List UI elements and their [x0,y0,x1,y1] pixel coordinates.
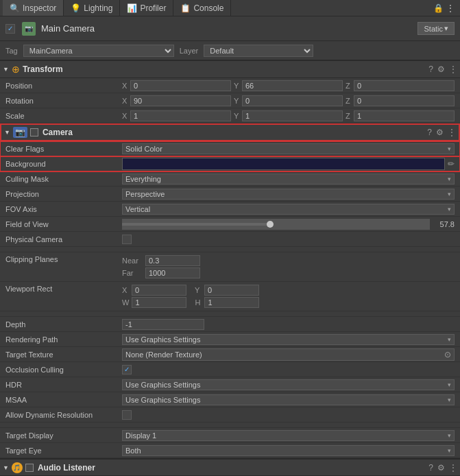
rotation-y-input[interactable] [242,95,343,106]
target-eye-label: Target Eye [5,447,122,455]
rendering-path-dropdown[interactable]: Use Graphics Settings ▾ [122,334,455,345]
position-y-label: Y [234,82,241,90]
viewport-y-input[interactable] [204,285,259,296]
transform-settings-icon[interactable]: ⚙ [437,64,445,74]
target-eye-value: Both [125,447,141,455]
background-color-swatch[interactable] [122,158,445,170]
tab-console[interactable]: 📋 Console [173,0,231,16]
target-texture-label: Target Texture [5,350,122,359]
rotation-x-field: X [122,95,231,106]
rotation-z-input[interactable] [354,95,455,106]
depth-row: Depth [0,317,460,332]
viewport-w-input[interactable] [132,297,186,308]
msaa-dropdown[interactable]: Use Graphics Settings ▾ [122,394,455,405]
camera-arrow[interactable]: ▼ [4,129,10,136]
viewport-h-label: H [195,298,202,307]
msaa-row: MSAA Use Graphics Settings ▾ [0,392,460,407]
audio-more-icon[interactable]: ⋮ [449,463,457,473]
tab-bar: 🔍 Inspector 💡 Lighting 📊 Profiler 📋 Cons… [0,0,460,16]
audio-listener-actions: ? ⚙ ⋮ [428,463,457,473]
hdr-dropdown[interactable]: Use Graphics Settings ▾ [122,379,455,390]
fov-axis-dropdown[interactable]: Vertical ▾ [122,204,455,215]
physical-camera-row: Physical Camera [0,232,460,247]
culling-mask-dropdown[interactable]: Everything ▾ [122,174,455,185]
tab-profiler[interactable]: 📊 Profiler [120,0,173,16]
position-z-input[interactable] [354,80,455,91]
object-active-checkbox[interactable]: ✓ [5,24,15,34]
position-x-input[interactable] [130,80,231,91]
target-texture-value: None (Render Texture) [125,350,202,359]
projection-dropdown[interactable]: Perspective ▾ [122,189,455,200]
audio-help-icon[interactable]: ? [428,463,433,473]
audio-listener-enabled-checkbox[interactable] [25,464,34,472]
position-z-field: Z [346,80,455,91]
allow-dynamic-checkbox[interactable] [122,410,132,420]
depth-label: Depth [5,320,122,329]
target-texture-field[interactable]: None (Render Texture) ⊙ [122,348,455,361]
scale-y-input[interactable] [242,110,343,121]
field-of-view-row: Field of View 57.8 [0,217,460,232]
clear-flags-arrow: ▾ [448,145,451,152]
transform-help-icon[interactable]: ? [428,64,433,74]
field-of-view-value: 57.8 [434,220,455,228]
allow-dynamic-row: Allow Dynamic Resolution [0,407,460,423]
camera-settings-icon[interactable]: ⚙ [436,128,444,137]
rendering-path-arrow: ▾ [448,336,451,343]
rendering-path-label: Rendering Path [5,335,122,344]
scale-z-label: Z [346,112,352,120]
tag-select[interactable]: MainCamera [23,45,174,57]
viewport-h-input[interactable] [204,297,259,308]
lock-icon[interactable]: 🔒 [433,3,444,13]
lighting-tab-icon: 💡 [71,3,81,13]
audio-settings-icon[interactable]: ⚙ [437,463,445,473]
camera-enabled-checkbox[interactable] [30,128,38,136]
camera-section-header: ▼ 📷 Camera ? ⚙ ⋮ [0,123,460,141]
static-button[interactable]: Static ▾ [417,22,455,35]
more-options-icon[interactable]: ⋮ [446,3,455,13]
viewport-x-label: X [122,286,129,294]
scale-x-input[interactable] [130,110,231,121]
field-of-view-slider[interactable] [122,219,430,230]
target-texture-circle-icon[interactable]: ⊙ [444,350,451,359]
viewport-x-input[interactable] [132,285,186,296]
viewport-container: X Y W H [122,285,455,308]
clipping-near-input[interactable] [145,255,200,266]
object-icon: 📷 [22,22,36,36]
audio-listener-title: Audio Listener [38,463,426,473]
audio-arrow[interactable]: ▼ [3,464,9,471]
scale-z-input[interactable] [354,110,455,121]
clipping-far-input[interactable] [145,267,200,278]
target-display-dropdown[interactable]: Display 1 ▾ [122,430,455,441]
viewport-rect-row: Viewport Rect X Y W H [0,282,460,311]
transform-arrow[interactable]: ▼ [3,66,9,73]
eye-dropper-icon[interactable]: ✏ [448,159,455,169]
clipping-planes-container: Near Far [122,255,455,278]
physical-camera-checkbox[interactable] [122,235,132,244]
layer-select[interactable]: Default [204,45,313,57]
clipping-planes-row: Clipping Planes Near Far [0,252,460,282]
projection-value: Perspective [125,190,165,198]
target-display-value: Display 1 [125,431,156,440]
transform-more-icon[interactable]: ⋮ [449,64,457,74]
msaa-value: Use Graphics Settings [125,396,200,404]
layer-label: Layer [180,47,199,55]
tab-inspector[interactable]: 🔍 Inspector [3,0,64,16]
camera-help-icon[interactable]: ? [427,128,432,137]
occlusion-culling-checkbox[interactable]: ✓ [122,365,132,374]
camera-more-icon[interactable]: ⋮ [448,128,456,137]
clipping-near-row: Near [122,255,455,266]
position-xyz: X Y Z [122,80,455,91]
camera-icon: 📷 [13,127,27,138]
target-eye-dropdown[interactable]: Both ▾ [122,445,455,456]
position-label: Position [5,82,122,90]
depth-input[interactable] [122,319,204,330]
fov-axis-row: FOV Axis Vertical ▾ [0,202,460,217]
tab-lighting[interactable]: 💡 Lighting [64,0,120,16]
lighting-tab-label: Lighting [84,3,112,13]
position-y-input[interactable] [242,80,343,91]
position-y-field: Y [234,80,343,91]
clear-flags-dropdown[interactable]: Solid Color ▾ [122,143,455,154]
inspector-tab-label: Inspector [23,3,56,13]
rotation-x-input[interactable] [130,95,231,106]
static-label: Static [424,25,443,33]
